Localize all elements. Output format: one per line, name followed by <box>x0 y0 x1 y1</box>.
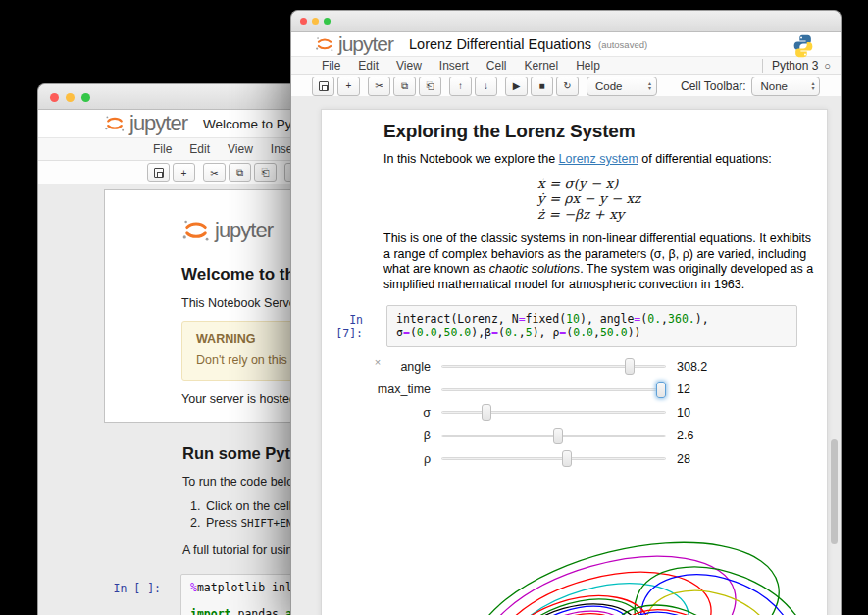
slider-row-σ: σ10 <box>322 401 827 425</box>
scrollbar-thumb[interactable] <box>831 439 838 544</box>
menu-insert[interactable]: Insert <box>431 59 478 73</box>
add-cell-icon: + <box>181 168 187 179</box>
cell-type-select[interactable]: Code▴▾ <box>587 77 657 96</box>
notebook-title[interactable]: Lorenz Differential Equations <box>409 36 591 52</box>
front-content: Exploring the Lorenz System In this Note… <box>291 96 841 615</box>
cut-button[interactable]: ✂ <box>203 163 226 182</box>
notebook-title[interactable]: Welcome to Py <box>203 117 292 131</box>
equations-block: ẋ = σ(y − x) ẏ = ρx − y − xz ż = −βz + x… <box>537 177 660 223</box>
copy-button[interactable]: ⧉ <box>229 163 251 182</box>
slider-handle[interactable] <box>656 382 666 398</box>
jupyter-logo[interactable]: jupyter <box>104 111 187 136</box>
minimize-button[interactable] <box>66 93 75 102</box>
menu-edit[interactable]: Edit <box>349 59 387 73</box>
slider-value: 28 <box>677 452 690 466</box>
menu-view[interactable]: View <box>387 59 431 73</box>
slider-handle[interactable] <box>625 358 635 375</box>
slider-label: ρ <box>322 452 436 466</box>
minimize-button[interactable] <box>312 18 319 25</box>
slider-track[interactable] <box>441 382 666 398</box>
equation-xdot: ẋ = σ(y − x) <box>537 177 660 192</box>
slider-value: 308.2 <box>677 360 707 374</box>
zoom-button[interactable] <box>324 18 331 25</box>
kernel-name: Python 3 <box>772 59 818 73</box>
slider-row-max_time: max_time12 <box>322 379 827 402</box>
move-up-icon: ↑ <box>458 80 463 91</box>
equation-ydot: ẏ = ρx − y − xz <box>537 191 660 207</box>
copy-button[interactable]: ⧉ <box>393 77 416 96</box>
paste-button[interactable]: ⎗ <box>419 77 441 96</box>
widget-close-icon[interactable]: × <box>371 355 384 369</box>
cell-toolbar-select-value: None <box>760 80 788 92</box>
menu-kernel[interactable]: Kernel <box>516 59 568 73</box>
menu-file[interactable]: File <box>144 142 180 156</box>
code-input[interactable]: interact(Lorenz, N=fixed(10), angle=(0.,… <box>386 305 797 347</box>
jupyter-wordmark: jupyter <box>338 32 393 56</box>
move-up-button[interactable]: ↑ <box>449 77 472 96</box>
save-button[interactable] <box>312 77 334 96</box>
trajectory <box>616 542 828 615</box>
copy-icon: ⧉ <box>401 80 408 92</box>
slider-track[interactable] <box>441 358 666 375</box>
intro-paragraph: In this Notebook we explore the Lorenz s… <box>383 152 814 168</box>
slider-handle[interactable] <box>482 404 491 421</box>
trajectory <box>605 593 734 615</box>
chaotic-solutions-emphasis: chaotic solutions <box>489 262 580 276</box>
close-button[interactable] <box>50 93 59 102</box>
slider-label: β <box>322 429 436 442</box>
cell-type-select-value: Code <box>595 80 623 92</box>
stepper-icon: ▴▾ <box>648 81 651 90</box>
restart-button[interactable]: ↻ <box>556 77 579 96</box>
slider-value: 12 <box>677 383 690 396</box>
slider-handle[interactable] <box>562 450 572 467</box>
slider-row-ρ: ρ28 <box>322 447 827 471</box>
save-button[interactable] <box>147 163 170 182</box>
jupyter-icon <box>181 216 211 245</box>
trajectory <box>480 550 724 615</box>
copy-icon: ⧉ <box>236 167 243 179</box>
slider-value: 2.6 <box>677 429 693 442</box>
slider-handle[interactable] <box>553 428 563 444</box>
slider-track[interactable] <box>441 450 666 467</box>
trajectory <box>491 564 700 615</box>
add-cell-button[interactable]: + <box>337 77 360 96</box>
front-titlebar[interactable] <box>291 11 841 32</box>
slider-label: σ <box>322 406 436 420</box>
front-window: jupyter Lorenz Differential Equations (a… <box>290 10 842 615</box>
slider-track[interactable] <box>441 428 666 444</box>
menu-help[interactable]: Help <box>567 59 609 73</box>
menu-file[interactable]: File <box>313 59 349 73</box>
slider-label: max_time <box>322 383 436 396</box>
move-down-button[interactable]: ↓ <box>475 77 497 96</box>
menu-cell[interactable]: Cell <box>478 59 516 73</box>
menu-view[interactable]: View <box>219 142 262 156</box>
zoom-button[interactable] <box>81 93 90 102</box>
front-notebook-header: jupyter Lorenz Differential Equations (a… <box>291 32 841 56</box>
interact-widget: × angle308.2max_time12σ10β2.6ρ28 <box>322 355 827 471</box>
page-title: Exploring the Lorenz System <box>383 121 814 142</box>
slider-value: 10 <box>677 406 690 420</box>
cell-toolbar-label: Cell Toolbar: <box>681 79 745 93</box>
traffic-lights <box>50 93 90 102</box>
interact-code-cell[interactable]: In [7]: interact(Lorenz, N=fixed(10), an… <box>322 305 827 347</box>
cell-toolbar-select[interactable]: None▴▾ <box>751 77 820 96</box>
run-button[interactable]: ▶ <box>505 77 528 96</box>
body-paragraph: This is one of the classic systems in no… <box>383 231 814 292</box>
jupyter-wordmark: jupyter <box>129 111 187 136</box>
save-icon <box>319 81 329 91</box>
desktop: { "back_window": { "logo_text": "jupyter… <box>0 0 868 615</box>
jupyter-logo[interactable]: jupyter <box>315 32 393 56</box>
add-cell-button[interactable]: + <box>173 163 195 182</box>
close-button[interactable] <box>300 18 307 25</box>
stop-button[interactable]: ■ <box>531 77 553 96</box>
code-line: σ=(0.0,50.0),β=(0.,5), ρ=(0.0,50.0)) <box>396 327 788 340</box>
equation-zdot: ż = −βz + xy <box>537 207 660 223</box>
python-logo-icon <box>791 34 815 58</box>
slider-track[interactable] <box>441 404 666 421</box>
kernel-idle-icon: ○ <box>824 60 831 72</box>
cut-button[interactable]: ✂ <box>368 77 390 96</box>
lorenz-system-link[interactable]: Lorenz system <box>559 152 638 166</box>
cell-prompt: In [ ]: <box>38 574 180 595</box>
menu-edit[interactable]: Edit <box>180 142 219 156</box>
paste-button[interactable]: ⎗ <box>254 163 277 182</box>
